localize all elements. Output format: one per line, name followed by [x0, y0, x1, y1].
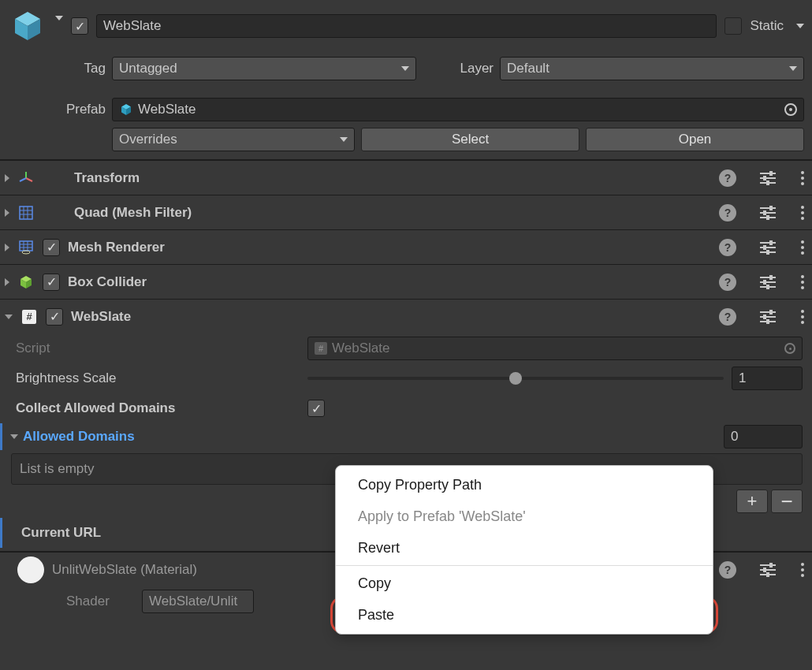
gameobject-icon-dropdown[interactable]: [55, 16, 63, 20]
context-menu-copy[interactable]: Copy: [336, 568, 713, 599]
static-dropdown[interactable]: [796, 24, 804, 28]
context-menu-divider: [336, 565, 713, 566]
script-value: WebSlate: [332, 341, 389, 356]
component-label: Mesh Renderer: [68, 240, 165, 255]
help-icon[interactable]: ?: [719, 308, 736, 326]
context-menu-revert[interactable]: Revert: [336, 532, 713, 564]
prefab-field[interactable]: WebSlate: [112, 98, 804, 121]
shader-dropdown[interactable]: WebSlate/Unlit: [142, 590, 254, 613]
preset-icon[interactable]: [760, 311, 776, 322]
material-preview-icon: [17, 556, 44, 583]
layer-label: Layer: [423, 61, 494, 76]
help-icon[interactable]: ?: [719, 561, 736, 579]
static-label: Static: [750, 18, 784, 34]
active-checkbox[interactable]: ✓: [71, 17, 88, 35]
open-button-label: Open: [679, 132, 712, 147]
component-label: Box Collider: [68, 274, 147, 290]
svg-line-8: [20, 178, 26, 181]
layer-value: Default: [507, 61, 549, 76]
chevron-down-icon: [789, 66, 797, 71]
kebab-icon[interactable]: [801, 171, 804, 185]
preset-icon[interactable]: [760, 564, 776, 575]
component-transform[interactable]: Transform ?: [0, 160, 812, 195]
list-empty-label: List is empty: [20, 461, 94, 477]
component-enabled-checkbox[interactable]: ✓: [46, 308, 63, 326]
open-button[interactable]: Open: [586, 128, 804, 151]
locate-icon[interactable]: [784, 343, 795, 354]
component-enabled-checkbox[interactable]: ✓: [43, 239, 60, 256]
component-label: Quad (Mesh Filter): [74, 205, 192, 221]
prefab-value: WebSlate: [138, 102, 196, 117]
kebab-icon[interactable]: [801, 240, 804, 255]
svg-rect-9: [20, 207, 32, 219]
collect-allowed-domains-checkbox[interactable]: ✓: [307, 400, 325, 417]
help-icon[interactable]: ?: [719, 274, 736, 291]
help-icon[interactable]: ?: [719, 239, 736, 256]
component-webslate[interactable]: # ✓ WebSlate ?: [0, 299, 812, 333]
component-enabled-checkbox[interactable]: ✓: [43, 274, 60, 291]
script-icon: #: [20, 310, 38, 324]
list-remove-button[interactable]: −: [771, 489, 803, 513]
allowed-domains-count[interactable]: 0: [724, 425, 803, 449]
svg-line-7: [26, 178, 32, 181]
component-mesh-renderer[interactable]: ✓ Mesh Renderer ?: [0, 229, 812, 264]
expand-toggle[interactable]: [5, 174, 9, 182]
chevron-down-icon: [401, 66, 409, 71]
script-field: # WebSlate: [307, 337, 803, 360]
context-menu-copy-property-path[interactable]: Copy Property Path: [336, 469, 713, 501]
mesh-renderer-icon: [17, 240, 35, 255]
transform-icon: [17, 170, 35, 186]
preset-icon[interactable]: [760, 207, 776, 218]
collect-allowed-domains-label: Collect Allowed Domains: [16, 400, 307, 416]
tag-label: Tag: [55, 61, 106, 76]
component-label: Transform: [74, 170, 140, 186]
tag-dropdown[interactable]: Untagged: [112, 57, 416, 80]
locate-icon[interactable]: [784, 103, 797, 116]
component-box-collider[interactable]: ✓ Box Collider ?: [0, 264, 812, 299]
select-button-label: Select: [452, 132, 489, 147]
brightness-slider[interactable]: [307, 377, 724, 380]
allowed-domains-count-value: 0: [731, 429, 738, 445]
script-label: Script: [16, 341, 307, 356]
prefab-label: Prefab: [39, 102, 106, 117]
current-url-label: Current URL: [21, 525, 313, 541]
overrides-label: Overrides: [119, 132, 177, 147]
gameobject-name-field[interactable]: WebSlate: [96, 14, 717, 38]
context-menu: Copy Property Path Apply to Prefab 'WebS…: [335, 465, 713, 635]
expand-toggle[interactable]: [5, 315, 13, 319]
chevron-down-icon: [340, 137, 348, 142]
preset-icon[interactable]: [760, 242, 776, 253]
brightness-value: 1: [739, 370, 746, 386]
tag-value: Untagged: [119, 61, 177, 76]
help-icon[interactable]: ?: [719, 169, 736, 187]
shader-label: Shader: [66, 594, 142, 609]
context-menu-paste[interactable]: Paste: [336, 599, 713, 631]
mesh-icon: [17, 205, 35, 221]
component-label: WebSlate: [71, 309, 131, 325]
kebab-icon[interactable]: [801, 275, 804, 289]
collider-icon: [17, 274, 35, 290]
context-menu-apply-to-prefab: Apply to Prefab 'WebSlate': [336, 501, 713, 532]
list-add-button[interactable]: +: [736, 489, 768, 513]
gameobject-icon: [8, 6, 47, 46]
component-mesh-filter[interactable]: Quad (Mesh Filter) ?: [0, 195, 812, 229]
preset-icon[interactable]: [760, 173, 776, 184]
material-name: UnlitWebSlate (Material): [52, 562, 197, 578]
kebab-icon[interactable]: [801, 563, 804, 577]
allowed-domains-foldout[interactable]: [10, 434, 18, 439]
help-icon[interactable]: ?: [719, 204, 736, 221]
static-checkbox[interactable]: [724, 17, 742, 35]
overrides-dropdown[interactable]: Overrides: [112, 128, 355, 151]
preset-icon[interactable]: [760, 277, 776, 288]
kebab-icon[interactable]: [801, 206, 804, 220]
expand-toggle[interactable]: [5, 278, 9, 286]
brightness-value-field[interactable]: 1: [732, 367, 803, 390]
layer-dropdown[interactable]: Default: [500, 57, 804, 80]
allowed-domains-label: Allowed Domains: [23, 429, 304, 445]
select-button[interactable]: Select: [361, 128, 579, 151]
expand-toggle[interactable]: [5, 244, 9, 251]
expand-toggle[interactable]: [5, 209, 9, 217]
shader-value: WebSlate/Unlit: [149, 594, 237, 609]
prefab-cube-icon: [119, 102, 133, 117]
kebab-icon[interactable]: [801, 310, 804, 324]
